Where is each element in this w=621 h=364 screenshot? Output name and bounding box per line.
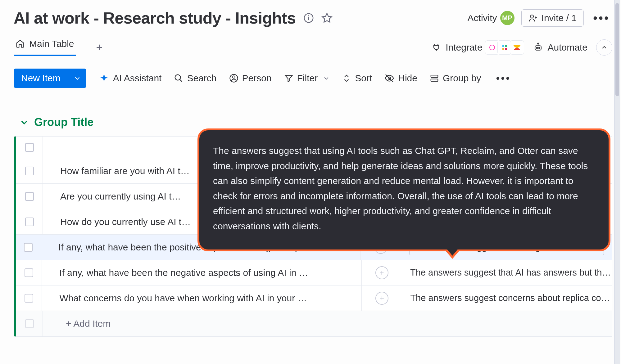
integration-badge-2[interactable]	[497, 40, 512, 55]
answer-cell[interactable]: The answers suggest that AI has answers …	[402, 260, 612, 285]
add-update-icon[interactable]: +	[375, 292, 388, 305]
filter-label: Filter	[297, 73, 318, 83]
tooltip-text: The answers suggest that using AI tools …	[213, 146, 588, 231]
robot-icon	[533, 42, 543, 53]
filter-button[interactable]: Filter	[284, 73, 330, 83]
page-title[interactable]: AI at work - Research study - Insights	[14, 9, 296, 27]
tabs-left: Main Table +	[14, 38, 105, 56]
person-button[interactable]: Person	[229, 73, 272, 83]
tab-main-table[interactable]: Main Table	[14, 38, 76, 56]
svg-rect-23	[431, 75, 438, 78]
hide-button[interactable]: Hide	[384, 73, 417, 83]
sort-icon	[342, 74, 351, 83]
vertical-scrollbar[interactable]	[614, 0, 620, 364]
row-checkbox[interactable]	[25, 218, 34, 226]
chevron-down-icon	[74, 75, 81, 82]
svg-point-16	[537, 43, 538, 44]
invite-button[interactable]: Invite / 1	[521, 9, 584, 27]
svg-point-2	[308, 15, 309, 16]
integrate-button[interactable]: Integrate	[431, 40, 524, 55]
select-all-cell	[16, 137, 43, 158]
group-by-icon	[430, 74, 439, 83]
board-header: AI at work - Research study - Insights A…	[14, 9, 612, 27]
tabs-row: Main Table + Integrate Automate	[14, 38, 612, 56]
hide-label: Hide	[398, 73, 417, 83]
chevron-down-icon	[20, 118, 29, 127]
svg-point-20	[233, 76, 235, 78]
new-item-caret[interactable]	[68, 70, 86, 86]
svg-rect-12	[535, 46, 541, 50]
tabs-right: Integrate Automate	[431, 39, 612, 56]
tab-main-table-label: Main Table	[29, 38, 74, 49]
row-checkbox[interactable]	[24, 243, 33, 252]
integration-badges	[487, 40, 524, 55]
more-menu-icon[interactable]: •••	[591, 12, 612, 24]
activity-wrap[interactable]: Activity MP	[468, 11, 514, 25]
item-name-cell[interactable]: If any, what have been the negative aspe…	[42, 260, 362, 285]
svg-point-4	[530, 15, 533, 18]
avatar[interactable]: MP	[500, 11, 514, 25]
svg-line-18	[180, 79, 182, 82]
svg-point-13	[536, 47, 537, 48]
invite-label: Invite / 1	[542, 13, 577, 23]
integrate-label: Integrate	[446, 42, 482, 53]
new-item-button[interactable]: New Item	[14, 69, 86, 88]
item-name-cell[interactable]: What concerns do you have when working w…	[42, 285, 362, 311]
table-row[interactable]: If any, what have been the negative aspe…	[16, 260, 612, 285]
tooltip-tail-inner	[446, 248, 459, 256]
activity-label: Activity	[468, 13, 497, 23]
chevron-up-icon	[601, 44, 607, 51]
ai-assistant-label: AI Assistant	[113, 73, 162, 83]
sparkle-icon	[99, 73, 109, 83]
add-item-row[interactable]: + Add Item	[16, 311, 612, 336]
person-icon	[229, 74, 238, 83]
search-label: Search	[187, 73, 216, 83]
group-by-label: Group by	[443, 73, 481, 83]
row-checkbox[interactable]	[25, 294, 33, 303]
eye-off-icon	[384, 73, 394, 83]
search-button[interactable]: Search	[174, 73, 216, 83]
svg-point-7	[490, 45, 495, 50]
svg-marker-3	[322, 13, 332, 22]
row-checkbox[interactable]	[25, 192, 34, 201]
board-page: AI at work - Research study - Insights A…	[0, 0, 621, 364]
svg-point-17	[175, 75, 181, 80]
toolbar-more-icon[interactable]: •••	[493, 73, 513, 83]
star-icon[interactable]	[321, 12, 333, 24]
group-header[interactable]: Group Title	[20, 116, 612, 129]
answer-cell[interactable]: The answers suggest concerns about repli…	[402, 285, 612, 311]
search-icon	[174, 74, 183, 83]
sort-button[interactable]: Sort	[342, 73, 372, 83]
table-row[interactable]: What concerns do you have when working w…	[16, 285, 612, 311]
svg-rect-8	[502, 45, 504, 47]
group-title: Group Title	[34, 116, 93, 129]
row-checkbox	[25, 319, 34, 328]
row-checkbox[interactable]	[25, 268, 33, 277]
collapse-header-button[interactable]	[596, 39, 612, 56]
integration-badge-1[interactable]	[485, 40, 499, 55]
chevron-down-icon	[323, 75, 329, 81]
home-icon	[16, 39, 25, 48]
info-icon[interactable]	[303, 13, 314, 23]
add-tab-button[interactable]: +	[94, 41, 105, 54]
title-icons	[303, 12, 333, 24]
person-label: Person	[242, 73, 272, 83]
cell-tooltip: The answers suggest that using AI tools …	[197, 128, 610, 251]
group-by-button[interactable]: Group by	[430, 73, 481, 83]
ai-assistant-button[interactable]: AI Assistant	[99, 73, 162, 83]
title-wrap: AI at work - Research study - Insights	[14, 9, 333, 27]
board-toolbar: New Item AI Assistant Search Person Filt…	[14, 69, 612, 88]
add-item-label[interactable]: + Add Item	[60, 318, 111, 329]
add-update-icon[interactable]: +	[375, 266, 388, 279]
svg-rect-9	[505, 45, 507, 47]
integration-badge-3[interactable]	[510, 40, 524, 55]
automate-button[interactable]: Automate	[533, 42, 587, 53]
svg-point-14	[538, 47, 539, 48]
svg-rect-10	[502, 48, 504, 50]
select-all-checkbox[interactable]	[25, 143, 34, 152]
svg-rect-11	[505, 48, 507, 50]
row-checkbox[interactable]	[25, 167, 34, 175]
automate-label: Automate	[548, 42, 587, 53]
scrollbar-thumb[interactable]	[615, 3, 619, 96]
filter-icon	[284, 74, 293, 83]
